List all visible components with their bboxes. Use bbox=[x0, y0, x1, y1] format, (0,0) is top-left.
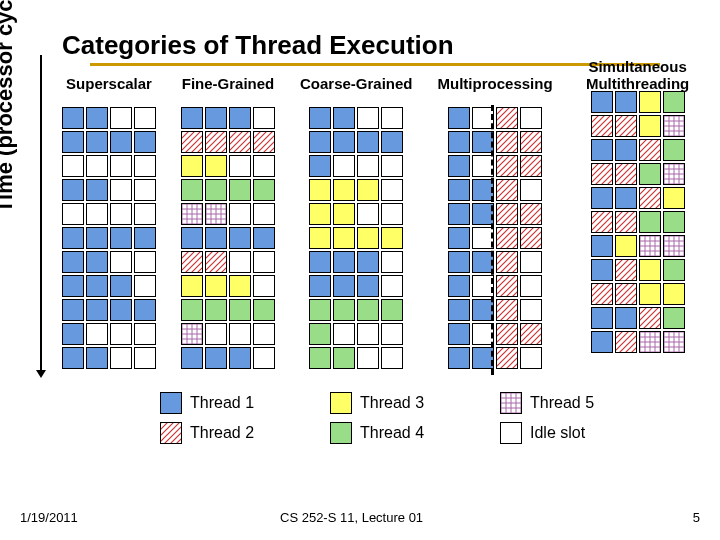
grid-cell bbox=[357, 227, 379, 249]
svg-rect-36 bbox=[616, 212, 636, 232]
grid-cell bbox=[86, 227, 108, 249]
grid-cell bbox=[62, 347, 84, 369]
grid-cell bbox=[639, 283, 661, 305]
svg-rect-17 bbox=[497, 204, 517, 224]
grid-cell bbox=[229, 275, 251, 297]
grid-cell bbox=[229, 227, 251, 249]
svg-rect-11 bbox=[497, 108, 517, 128]
grid-cell bbox=[591, 163, 613, 185]
grid-cell bbox=[448, 323, 470, 345]
svg-rect-7 bbox=[206, 204, 226, 224]
grid-row bbox=[309, 275, 403, 297]
grid-cell bbox=[448, 299, 470, 321]
grid-cell bbox=[496, 131, 518, 153]
grid-cell bbox=[253, 203, 275, 225]
grid-cell bbox=[639, 187, 661, 209]
grid-cell bbox=[205, 347, 227, 369]
grid-row bbox=[181, 347, 275, 369]
grid-row bbox=[591, 283, 685, 305]
grid-row bbox=[62, 323, 156, 345]
grid-row bbox=[181, 131, 275, 153]
grid-cell bbox=[639, 235, 661, 257]
column-header: Coarse-Grained bbox=[300, 75, 413, 107]
grid-cell bbox=[448, 227, 470, 249]
grid-cell bbox=[357, 131, 379, 153]
svg-rect-45 bbox=[664, 332, 684, 352]
grid-row bbox=[448, 107, 542, 129]
grid-cell bbox=[181, 107, 203, 129]
svg-rect-38 bbox=[664, 236, 684, 256]
grid-row bbox=[62, 347, 156, 369]
grid-cell bbox=[520, 155, 542, 177]
column: Coarse-Grained bbox=[300, 75, 413, 369]
grid-row bbox=[62, 203, 156, 225]
grid-cell bbox=[663, 307, 685, 329]
grid-cell bbox=[253, 251, 275, 273]
grid-cell bbox=[134, 179, 156, 201]
grid-cell bbox=[205, 323, 227, 345]
grid-cell bbox=[62, 179, 84, 201]
grid-cell bbox=[333, 347, 355, 369]
grid-cell bbox=[309, 131, 331, 153]
grid-cell bbox=[663, 259, 685, 281]
grid-cell bbox=[333, 203, 355, 225]
grid-cell bbox=[496, 179, 518, 201]
svg-rect-46 bbox=[501, 393, 521, 413]
grid-cell bbox=[591, 259, 613, 281]
grid-cell bbox=[663, 139, 685, 161]
grid-cell bbox=[520, 251, 542, 273]
grid-row bbox=[62, 131, 156, 153]
grid-cell bbox=[86, 131, 108, 153]
grid-cell bbox=[615, 91, 637, 113]
grid-cell bbox=[591, 307, 613, 329]
grid-row bbox=[181, 323, 275, 345]
grid-cell bbox=[381, 251, 403, 273]
grid-cell bbox=[639, 211, 661, 233]
column: Superscalar bbox=[62, 75, 156, 369]
svg-rect-21 bbox=[497, 252, 517, 272]
grid-cell bbox=[591, 211, 613, 233]
grid-cell bbox=[496, 347, 518, 369]
grid-row bbox=[309, 299, 403, 321]
y-axis-label: Time (processor cycle) bbox=[0, 0, 18, 213]
grid-cell bbox=[448, 203, 470, 225]
grid-cell bbox=[591, 91, 613, 113]
svg-rect-26 bbox=[497, 348, 517, 368]
grid-cell bbox=[62, 107, 84, 129]
grid-cell bbox=[381, 155, 403, 177]
grid-row bbox=[181, 107, 275, 129]
svg-rect-12 bbox=[497, 132, 517, 152]
column-grid bbox=[448, 107, 542, 369]
grid-cell bbox=[496, 299, 518, 321]
grid-cell bbox=[448, 275, 470, 297]
svg-rect-22 bbox=[497, 276, 517, 296]
grid-cell bbox=[86, 323, 108, 345]
column: Fine-Grained bbox=[181, 75, 275, 369]
grid-cell bbox=[253, 179, 275, 201]
grid-cell bbox=[496, 251, 518, 273]
grid-cell bbox=[62, 299, 84, 321]
svg-rect-43 bbox=[616, 332, 636, 352]
grid-cell bbox=[86, 203, 108, 225]
svg-rect-29 bbox=[664, 116, 684, 136]
svg-rect-16 bbox=[497, 180, 517, 200]
grid-cell bbox=[381, 131, 403, 153]
column: Simultaneous Multithreading bbox=[578, 75, 698, 369]
column: Multiprocessing bbox=[438, 75, 553, 369]
grid-cell bbox=[381, 179, 403, 201]
legend-item: Thread 5 bbox=[500, 392, 670, 414]
grid-cell bbox=[333, 131, 355, 153]
column-header: Superscalar bbox=[66, 75, 152, 107]
grid-cell bbox=[86, 275, 108, 297]
svg-rect-27 bbox=[592, 116, 612, 136]
grid-cell bbox=[62, 251, 84, 273]
grid-cell bbox=[110, 347, 132, 369]
grid-cell bbox=[448, 107, 470, 129]
grid-row bbox=[309, 323, 403, 345]
grid-cell bbox=[448, 131, 470, 153]
grid-row bbox=[448, 347, 542, 369]
legend-swatch bbox=[330, 392, 352, 414]
grid-row bbox=[181, 179, 275, 201]
grid-cell bbox=[381, 323, 403, 345]
grid-cell bbox=[357, 251, 379, 273]
